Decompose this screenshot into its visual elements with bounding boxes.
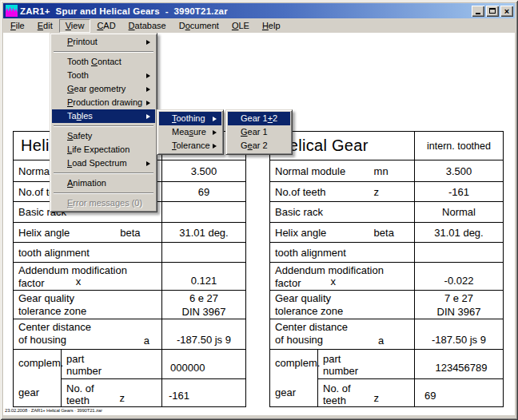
table-row: Basic rack Normal xyxy=(270,202,503,223)
menu-item-printout[interactable]: Printout xyxy=(52,35,155,49)
menu-item-production-drawing[interactable]: Production drawing xyxy=(52,96,155,109)
app-icon xyxy=(6,5,18,17)
status-line: 23.02.2008 · ZAR1+ Helical Gears · 3990T… xyxy=(5,408,102,413)
menu-item-tooth[interactable]: Tooth xyxy=(52,69,155,82)
menu-separator xyxy=(54,125,153,127)
menu-database[interactable]: Database xyxy=(122,19,173,33)
minimize-button[interactable] xyxy=(472,6,484,17)
menu-separator xyxy=(54,51,153,53)
menu-separator xyxy=(54,172,153,174)
close-button[interactable]: × xyxy=(500,6,513,17)
submenu-arrow-icon xyxy=(213,130,217,135)
menu-item-gear-1[interactable]: Gear 1 xyxy=(228,125,290,139)
menu-item-life-expectation[interactable]: Life Expectation xyxy=(52,143,155,157)
menu-item-tooth-contact[interactable]: Tooth Contact xyxy=(52,55,155,69)
table-row: Center distance of housing a -187.50 js … xyxy=(14,319,245,350)
menu-separator xyxy=(54,192,153,194)
submenu-arrow-icon xyxy=(213,144,217,149)
submenu-arrow-icon xyxy=(146,161,150,166)
menu-item-tolerance[interactable]: Tolerance xyxy=(159,139,221,153)
menu-item-toothing[interactable]: Toothing xyxy=(159,112,221,125)
tables-submenu: Toothing Measure Tolerance xyxy=(157,109,224,155)
submenu-arrow-icon xyxy=(146,101,150,105)
menu-item-error-messages: Error messages (0) xyxy=(52,196,155,210)
menu-document[interactable]: Document xyxy=(173,19,225,33)
menu-item-gear-1-2[interactable]: Gear 1+2 xyxy=(228,112,290,125)
table-row: Gear quality tolerance zone 7 e 27 DIN 3… xyxy=(270,291,503,319)
table-row: Helix anglebeta 31.01 deg. xyxy=(14,223,245,243)
menu-view[interactable]: View xyxy=(59,19,91,33)
view-dropdown-menu: Printout Tooth Contact Tooth Gear geomet… xyxy=(50,33,157,212)
table-row: tooth alignment xyxy=(14,243,245,263)
table-row: Helix anglebeta 31.01 deg. xyxy=(270,223,503,243)
menu-help[interactable]: Help xyxy=(256,19,287,33)
menu-item-load-spectrum[interactable]: Load Spectrum xyxy=(52,157,155,170)
menu-item-animation[interactable]: Animation xyxy=(52,176,155,190)
maximize-button[interactable] xyxy=(486,6,499,17)
menu-cad[interactable]: CAD xyxy=(90,19,122,33)
menu-ole[interactable]: OLE xyxy=(225,19,256,33)
submenu-arrow-icon xyxy=(146,87,150,92)
gear-table-right: Helical Gear intern. toothed Normal modu… xyxy=(269,131,504,407)
toothing-submenu: Gear 1+2 Gear 1 Gear 2 xyxy=(225,109,293,155)
menu-file[interactable]: File xyxy=(4,19,31,33)
table-row: Addendum modification factor x -0.022 xyxy=(270,263,503,291)
window-title: ZAR1+ Spur and Helical Gears - 3990T21.z… xyxy=(20,6,472,16)
minimize-icon xyxy=(476,13,480,14)
maximize-icon xyxy=(489,8,496,14)
table-row: No.of teethz -161 xyxy=(270,182,503,202)
menu-item-gear-2[interactable]: Gear 2 xyxy=(228,139,290,153)
table-row: tooth alignment xyxy=(270,243,503,263)
menu-item-tables[interactable]: Tables xyxy=(52,109,155,123)
table-row: Addendum modification factor x 0.121 xyxy=(14,263,245,291)
menubar: File Edit View CAD Database Document OLE… xyxy=(3,18,515,33)
complem-gear-block: complem. gear part number 123456789 No. … xyxy=(270,350,503,406)
table-row: Normal modulemn 3.500 xyxy=(270,160,503,182)
table-subtitle: intern. toothed xyxy=(415,132,503,160)
close-icon: × xyxy=(504,7,509,15)
submenu-arrow-icon xyxy=(146,73,150,78)
window-controls: × xyxy=(472,6,513,17)
submenu-arrow-icon xyxy=(213,117,217,121)
complem-gear-block: complem. gear part number 000000 No. of … xyxy=(14,350,245,406)
table-row: Gear quality tolerance zone 6 e 27 DIN 3… xyxy=(14,291,245,319)
menu-item-safety[interactable]: Safety xyxy=(52,129,155,143)
titlebar: ZAR1+ Spur and Helical Gears - 3990T21.z… xyxy=(3,3,515,18)
submenu-arrow-icon xyxy=(146,114,150,119)
table-row: Center distance of housing a -187.50 js … xyxy=(270,319,503,350)
app-window: ZAR1+ Spur and Helical Gears - 3990T21.z… xyxy=(0,0,518,420)
submenu-arrow-icon xyxy=(146,40,150,45)
table-header-row: Helical Gear intern. toothed xyxy=(270,132,503,160)
menu-item-measure[interactable]: Measure xyxy=(159,125,221,139)
menu-item-gear-geometry[interactable]: Gear geometry xyxy=(52,82,155,96)
menu-edit[interactable]: Edit xyxy=(31,19,59,33)
